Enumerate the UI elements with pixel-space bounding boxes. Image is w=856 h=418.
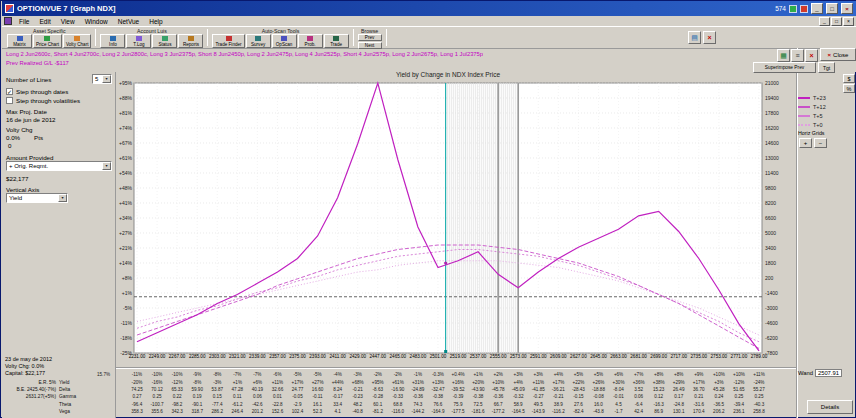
legend-item-t-23[interactable]: T+23: [798, 93, 826, 102]
cell: 66.7: [488, 402, 509, 407]
horiz-grids-plus-button[interactable]: +: [799, 138, 812, 148]
menu-window[interactable]: Window: [80, 18, 113, 25]
mdi-restore-button[interactable]: □: [831, 17, 842, 26]
percent-axis-button[interactable]: %: [843, 84, 855, 93]
delete-graph-icon[interactable]: ×: [805, 49, 818, 62]
cell: -0.39: [448, 394, 469, 399]
cell: 0.17: [668, 394, 689, 399]
prev-button[interactable]: Prev: [358, 34, 382, 41]
matrix-button[interactable]: Matrix: [7, 34, 32, 48]
cell: +1%: [227, 380, 248, 385]
quotes-icon[interactable]: ▤: [688, 31, 701, 44]
cell: +36%: [628, 380, 649, 385]
toolbar-separator: [353, 29, 354, 46]
cell: -24.89: [407, 387, 428, 392]
status-button[interactable]: Status: [152, 34, 177, 48]
cell: -0.28: [367, 394, 388, 399]
pts-value[interactable]: 0: [8, 142, 11, 149]
reports-button[interactable]: Reports: [178, 34, 203, 48]
max-proj-date-value[interactable]: 16 de jun de 2012: [6, 116, 56, 123]
info-button[interactable]: Info: [100, 34, 125, 48]
maximize-button[interactable]: □: [826, 3, 838, 14]
toolbar: Asset SpecificMatrixPrice ChartVolty Cha…: [2, 27, 856, 49]
cell: 0.11: [227, 394, 248, 399]
cell: -61.2: [227, 402, 248, 407]
cell: 152.6: [267, 409, 288, 414]
cell: 358.3: [126, 409, 147, 414]
cell: -0.11: [307, 394, 328, 399]
trade-button[interactable]: Trade: [324, 34, 349, 48]
menu-help[interactable]: Help: [144, 18, 167, 25]
tgt-button[interactable]: Tgt: [818, 62, 835, 73]
opscan-button[interactable]: OpScan: [272, 34, 297, 48]
toolbar-groups: Asset SpecificMatrixPrice ChartVolty Cha…: [4, 28, 388, 47]
cell: -1%: [407, 372, 428, 377]
close-window-button[interactable]: ×: [841, 3, 853, 14]
trade-icon: [333, 36, 339, 41]
delete-tool-icon[interactable]: ×: [703, 31, 716, 44]
vertical-axis-select[interactable]: Yield ▼: [6, 193, 68, 203]
svg-text:+8%: +8%: [122, 275, 133, 281]
cell: 48.2: [347, 402, 368, 407]
cell: 0.15: [207, 394, 228, 399]
amount-provided-dropdown-icon[interactable]: ▼: [102, 162, 111, 170]
horiz-grids-minus-button[interactable]: −: [814, 138, 827, 148]
survey-button[interactable]: Survey: [246, 34, 271, 48]
close-graph-button[interactable]: ×Close: [820, 48, 856, 61]
mdi-close-button[interactable]: ×: [843, 17, 854, 26]
cell: 45.28: [708, 387, 729, 392]
mdi-minimize-button[interactable]: _: [819, 17, 830, 26]
cell: 2753.00: [708, 354, 729, 359]
price-chart-button[interactable]: Price Chart: [33, 34, 62, 48]
cell: -3%: [207, 380, 228, 385]
legend-item-t-0[interactable]: T+0: [798, 120, 826, 129]
superimpose-prev-button[interactable]: Superimpose Prev: [753, 62, 816, 73]
cell: 2483.00: [407, 354, 428, 359]
legend-label: T+0: [813, 122, 823, 128]
legend-item-t-12[interactable]: T+12: [798, 102, 826, 111]
next-button[interactable]: Next: [358, 42, 382, 49]
prob-button[interactable]: Prob.: [298, 34, 323, 48]
volty-chart-icon: [74, 36, 80, 41]
vega-row: 358.3355.6342.3318.7286.2246.4201.2152.6…: [1, 409, 856, 416]
cell: -11%: [126, 372, 147, 377]
svg-text:-5%: -5%: [123, 305, 132, 311]
step-volatilities-checkbox[interactable]: Step through volatilities: [6, 95, 112, 105]
cell: 27.6: [568, 402, 589, 407]
number-of-lines-select[interactable]: 5 ▼: [92, 74, 112, 84]
menu-file[interactable]: File: [14, 18, 34, 25]
dollar-axis-button[interactable]: $: [843, 74, 855, 83]
svg-text:14600: 14600: [765, 140, 779, 146]
cell: +10%: [728, 372, 749, 377]
vertical-axis-dropdown-icon[interactable]: ▼: [58, 194, 67, 202]
cell: -177.5: [448, 409, 469, 414]
cell: -96.4: [126, 402, 147, 407]
cell: 206.2: [708, 409, 729, 414]
yield-chart[interactable]: Yield by Change in NDX Index Price+95%21…: [117, 69, 795, 355]
cell: 51.65: [728, 387, 749, 392]
close-x-icon: ×: [828, 52, 832, 58]
menu-edit[interactable]: Edit: [34, 18, 55, 25]
cell: 32.66: [267, 387, 288, 392]
menu-view[interactable]: View: [56, 18, 80, 25]
t-log-button[interactable]: T.Log: [126, 34, 151, 48]
legend-item-t-5[interactable]: T+5: [798, 111, 826, 120]
export-icon[interactable]: ▦: [777, 49, 790, 62]
volty-chart-button[interactable]: Volty Chart: [63, 34, 91, 48]
cell: 2249.00: [147, 354, 168, 359]
print-icon[interactable]: ≡: [791, 49, 804, 62]
cell: +68%: [347, 380, 368, 385]
cell: 286.2: [207, 409, 228, 414]
minimize-button[interactable]: _: [811, 3, 823, 14]
toolbar-right-icons: ▤ ×: [688, 31, 716, 44]
trade-finder-button[interactable]: Trade Finder: [212, 34, 244, 48]
amount-provided-select[interactable]: + Orig. Reqmt. ▼: [6, 161, 112, 171]
legend-swatch-icon: [798, 106, 810, 108]
svg-text:+54%: +54%: [119, 170, 132, 176]
menu-netvue[interactable]: NetVue: [113, 18, 144, 25]
legend: T+23T+12T+5T+0: [798, 93, 826, 129]
cell: +6%: [608, 372, 629, 377]
cell: 68.8: [387, 402, 408, 407]
number-of-lines-dropdown-icon[interactable]: ▼: [102, 75, 111, 83]
svg-text:-3000: -3000: [765, 305, 778, 311]
